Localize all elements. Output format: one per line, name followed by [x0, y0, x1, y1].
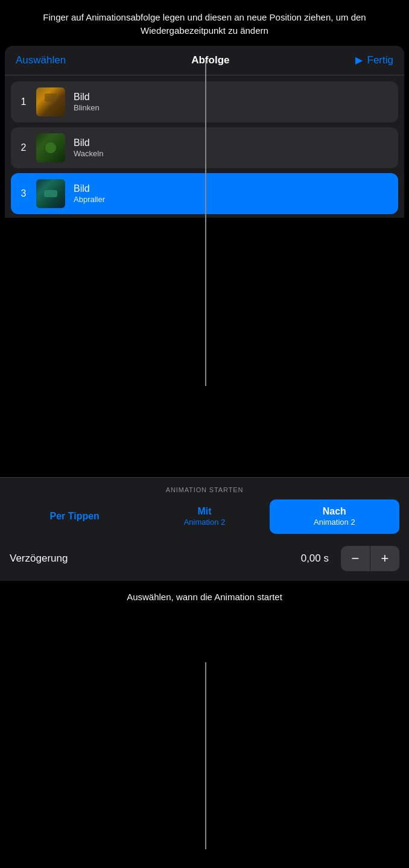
done-button[interactable]: Fertig: [367, 54, 393, 66]
stepper-group: − +: [341, 546, 399, 571]
section-label: ANIMATION STARTEN: [0, 478, 409, 499]
guide-line-bottom: [205, 662, 206, 849]
page-title: Abfolge: [66, 54, 355, 66]
play-icon[interactable]: ▶: [355, 54, 363, 66]
list-item-selected[interactable]: 3 Bild Abpraller: [11, 173, 398, 214]
header-right: ▶ Fertig: [355, 54, 393, 66]
trigger-per-tippen[interactable]: Per Tippen: [10, 504, 139, 529]
list-item[interactable]: 1 Bild Blinken: [11, 81, 398, 122]
trigger-mit-sub: Animation 2: [143, 518, 265, 528]
item-thumbnail: [36, 87, 65, 116]
trigger-row: Per Tippen Mit Animation 2 Nach Animatio…: [0, 499, 409, 542]
select-button[interactable]: Auswählen: [16, 54, 66, 66]
delay-label: Verzögerung: [10, 553, 295, 565]
main-panel: Auswählen Abfolge ▶ Fertig 1 Bild Blinke…: [5, 46, 404, 218]
item-title: Bild: [74, 138, 390, 148]
animation-list: 1 Bild Blinken 2 Bild Wackeln 3 Bild Abp…: [5, 75, 404, 218]
item-subtitle: Blinken: [74, 103, 390, 112]
list-item[interactable]: 2 Bild Wackeln: [11, 127, 398, 168]
item-thumbnail: [36, 133, 65, 162]
trigger-mit-main: Mit: [143, 505, 265, 518]
item-title: Bild: [74, 183, 390, 194]
item-number: 3: [19, 188, 28, 199]
delay-row: Verzögerung 0,00 s − +: [0, 541, 409, 575]
trigger-nach-sub: Animation 2: [273, 518, 396, 528]
trigger-mit-animation[interactable]: Mit Animation 2: [139, 499, 269, 534]
top-instruction: Finger auf Animationsabfolge legen und d…: [0, 0, 409, 46]
item-subtitle: Abpraller: [74, 195, 390, 204]
delay-increase-button[interactable]: +: [370, 546, 399, 571]
item-text: Bild Blinken: [74, 92, 390, 112]
trigger-nach-main: Nach: [273, 505, 396, 518]
trigger-per-tippen-label: Per Tippen: [13, 510, 136, 523]
delay-decrease-button[interactable]: −: [341, 546, 370, 571]
empty-space: [0, 218, 409, 477]
trigger-nach-animation[interactable]: Nach Animation 2: [270, 499, 399, 534]
item-text: Bild Wackeln: [74, 138, 390, 158]
bottom-instruction: Auswählen, wann die Animation startet: [0, 581, 409, 610]
item-number: 1: [19, 97, 28, 107]
item-subtitle: Wackeln: [74, 149, 390, 158]
item-thumbnail: [36, 179, 65, 208]
item-title: Bild: [74, 92, 390, 103]
item-number: 2: [19, 142, 28, 153]
bottom-panel: ANIMATION STARTEN Per Tippen Mit Animati…: [0, 477, 409, 581]
item-text: Bild Abpraller: [74, 183, 390, 204]
delay-value: 0,00 s: [301, 553, 329, 565]
header: Auswählen Abfolge ▶ Fertig: [5, 46, 404, 75]
